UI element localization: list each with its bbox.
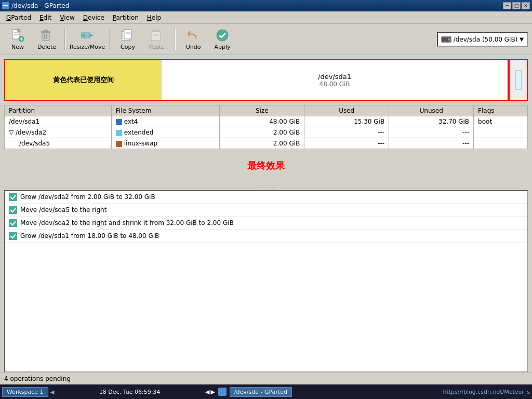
partition-size: 2.00 GiB [220,127,304,138]
copy-icon [121,28,135,43]
disk-main-size: 48.00 GiB [320,81,350,88]
taskbar-app-label: /dev/sda - GParted [234,389,287,395]
operation-item: Move /dev/sda5 to the right [5,204,527,217]
apply-button[interactable]: Apply [209,26,236,53]
partition-flags: boot [474,116,528,127]
disk-yellow-text: 黄色代表已使用空间 [53,75,114,85]
svg-rect-33 [9,232,17,240]
toolbar-right: /dev/sda (50.00 GiB) ▼ [437,32,528,47]
svg-rect-29 [515,71,522,89]
menu-partition[interactable]: Partition [109,13,143,22]
operation-item: Grow /dev/sda2 from 2.00 GiB to 32.00 Gi… [5,191,527,204]
toolbar-sep-2 [109,29,110,50]
table-row[interactable]: /dev/sda5linux-swap2.00 GiB------ [5,138,528,149]
taskbar-arrow-left[interactable]: ◀ [50,389,55,395]
device-label: /dev/sda (50.00 GiB) [454,36,518,43]
final-effect-text: 最终效果 [0,149,532,182]
titlebar: /dev/sda - GParted ─ □ ✕ [0,0,532,11]
partition-unused: --- [389,138,474,149]
menu-view[interactable]: View [56,13,78,22]
disk-main-label: /dev/sda1 [318,73,351,81]
taskbar-nav-arrows: ◀ ▶ [205,389,215,395]
svg-rect-3 [18,30,20,32]
svg-rect-9 [42,32,49,41]
filesystem-type: ext4 [111,116,220,127]
taskbar-time: 18 Dec, Tue 06:59:34 [56,389,203,395]
titlebar-left: /dev/sda - GParted [2,2,69,9]
operation-item: Move /dev/sda2 to the right and shrink i… [5,217,527,230]
taskbar-app-icon [218,388,227,396]
nav-arrow-right[interactable]: ▶ [210,389,215,395]
col-header-partition: Partition [5,105,112,116]
taskbar-app-window[interactable]: /dev/sda - GParted [230,387,292,397]
svg-rect-31 [9,206,17,214]
statusbar: 4 operations pending [0,372,532,384]
col-header-filesystem: File System [111,105,220,116]
partition-unused: --- [389,127,474,138]
close-button[interactable]: ✕ [522,2,530,9]
workspace-button[interactable]: Workspace 1 [2,387,48,397]
undo-button[interactable]: Undo [180,26,207,53]
app-icon [2,2,9,9]
disk-small-visual [513,70,524,90]
svg-point-28 [448,38,450,41]
toolbar-sep-1 [64,29,65,50]
operations-log: Grow /dev/sda2 from 2.00 GiB to 32.00 Gi… [4,190,528,372]
col-header-used: Used [304,105,389,116]
table-row[interactable]: /dev/sda1ext448.00 GiB15.30 GiB32.70 GiB… [5,116,528,127]
titlebar-title: /dev/sda - GParted [11,2,69,9]
operation-icon [9,193,17,201]
partition-name: /dev/sda5 [5,138,112,149]
operation-icon [9,219,17,227]
disk-yellow-segment: 黄色代表已使用空间 [5,60,162,100]
taskbar-url: https://blog.csdn.net/Meteor_s [443,389,530,395]
resize-handle[interactable]: ....... [0,182,532,190]
resize-button[interactable]: Resize/Move [70,26,105,53]
copy-label: Copy [121,44,135,50]
col-header-size: Size [220,105,304,116]
partition-size: 48.00 GiB [220,116,304,127]
resize-label: Resize/Move [70,44,105,50]
paste-icon [150,28,164,43]
svg-marker-15 [90,34,94,37]
maximize-button[interactable]: □ [512,2,521,9]
resize-icon [80,28,95,43]
operation-icon [9,232,17,240]
apply-icon [215,28,230,43]
copy-button[interactable]: Copy [114,26,141,53]
nav-arrow-left[interactable]: ◀ [205,389,209,395]
operation-text: Grow /dev/sda1 from 18.00 GiB to 48.00 G… [20,232,159,240]
apply-label: Apply [214,44,230,50]
partition-table: Partition File System Size Used Unused F… [4,105,528,149]
svg-rect-30 [9,193,17,201]
paste-label: Paste [149,44,165,50]
partition-used: 15.30 GiB [304,116,389,127]
undo-icon [186,28,201,43]
col-header-flags: Flags [474,105,528,116]
menu-gparted[interactable]: GParted [2,13,35,22]
col-header-unused: Unused [389,105,474,116]
titlebar-buttons[interactable]: ─ □ ✕ [503,2,530,9]
new-label: New [11,44,24,50]
operation-text: Move /dev/sda5 to the right [20,206,107,214]
delete-button[interactable]: Delete [33,26,60,53]
menubar: GParted Edit View Device Partition Help [0,11,532,24]
taskbar: Workspace 1 ◀ 18 Dec, Tue 06:59:34 ◀ ▶ /… [0,384,532,399]
new-icon [10,28,25,43]
menu-help[interactable]: Help [143,13,165,22]
menu-device[interactable]: Device [79,13,109,22]
paste-button[interactable]: Paste [143,26,170,53]
device-selector[interactable]: /dev/sda (50.00 GiB) ▼ [437,32,528,47]
table-row[interactable]: ▽ /dev/sda2extended2.00 GiB------ [5,127,528,138]
toolbar-sep-3 [175,29,176,50]
new-button[interactable]: New [4,26,31,53]
filesystem-type: extended [111,127,220,138]
menu-edit[interactable]: Edit [35,13,56,22]
workspace-label: Workspace 1 [7,389,44,395]
svg-rect-11 [44,30,47,32]
svg-rect-1 [3,5,8,6]
device-dropdown-icon: ▼ [520,36,524,42]
minimize-button[interactable]: ─ [503,2,511,9]
toolbar: New Delete Resize/Move [0,24,532,55]
status-text: 4 operations pending [4,375,71,382]
